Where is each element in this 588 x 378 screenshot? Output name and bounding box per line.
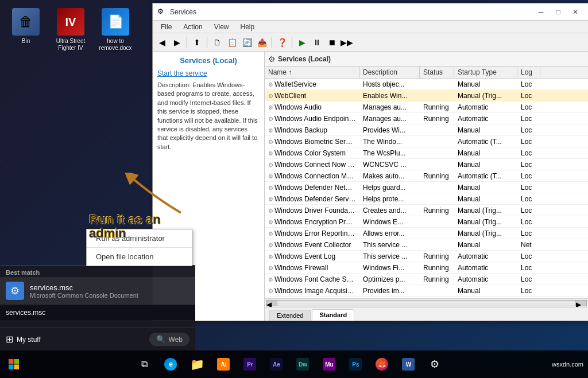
muse-button[interactable]: Mu	[316, 352, 342, 377]
table-row[interactable]: ⚙Windows Defender ServiceHelps prote...M…	[265, 193, 588, 205]
service-startup-cell: Manual	[454, 125, 517, 135]
service-startup-cell: Automatic	[454, 274, 517, 285]
start-button[interactable]	[0, 350, 28, 378]
photoshop-button[interactable]: Ps	[343, 352, 368, 377]
table-row[interactable]: ⚙Windows Color SystemThe WcsPlu...Manual…	[265, 147, 588, 159]
header-status[interactable]: Status	[420, 67, 454, 78]
premiere-button[interactable]: Pr	[237, 352, 262, 377]
edge-icon-button[interactable]: e	[158, 352, 183, 377]
service-name-cell: ⚙Windows Connect Now - C...	[265, 159, 359, 170]
restart-service-button[interactable]: ▶▶	[340, 36, 354, 49]
service-status-cell	[420, 221, 454, 223]
table-row[interactable]: ⚙WalletServiceHosts objec...ManualLoc	[265, 79, 588, 90]
service-desc-cell: The WcsPlu...	[359, 148, 420, 158]
scroll-right-btn[interactable]: ▶	[575, 300, 587, 306]
table-row[interactable]: ⚙Windows AudioManages au...RunningAutoma…	[265, 102, 588, 113]
service-startup-cell: Automatic (T...	[454, 137, 517, 147]
table-row[interactable]: ⚙Windows Encryption Provid...Windows E..…	[265, 216, 588, 228]
firefox-button[interactable]: 🦊	[369, 352, 394, 377]
service-log-cell: Loc	[517, 148, 540, 158]
after-effects-button[interactable]: Ae	[264, 352, 289, 377]
header-description[interactable]: Description	[359, 67, 420, 78]
tab-extended[interactable]: Extended	[269, 310, 311, 321]
table-row[interactable]: ⚙Windows Biometric ServiceThe Windo...Au…	[265, 136, 588, 147]
desktop-icon-bin[interactable]: 🗑 Bin	[6, 6, 46, 54]
service-startup-cell: Manual (Trig...	[454, 217, 517, 227]
maximize-button[interactable]: □	[550, 6, 566, 18]
close-button[interactable]: ✕	[567, 6, 583, 18]
show-console-button[interactable]: 🗋	[210, 36, 224, 49]
service-log-cell: Loc	[517, 114, 540, 124]
service-name-cell: ⚙Windows Defender Service	[265, 194, 359, 204]
service-startup-cell: Automatic	[454, 114, 517, 124]
table-row[interactable]: ⚙Windows Error Reporting Se...Allows err…	[265, 228, 588, 239]
help-button[interactable]: ❓	[275, 36, 289, 49]
illustrator-button[interactable]: Ai	[211, 352, 236, 377]
file-explorer-button[interactable]: 📁	[184, 352, 210, 377]
search-result-text: services.msc Microsoft Common Console Do…	[30, 283, 189, 299]
refresh-button[interactable]: 🔄	[240, 36, 254, 49]
table-row[interactable]: ⚙Windows Connection Mana...Makes auto...…	[265, 170, 588, 182]
table-row[interactable]: ⚙Windows Connect Now - C...WCNCSVC ...Ma…	[265, 159, 588, 170]
service-desc-cell: Helps guard...	[359, 182, 420, 193]
horizontal-scrollbar[interactable]: ◀ ▶	[265, 298, 588, 307]
service-status-cell	[420, 95, 454, 97]
service-icon: ⚙	[268, 219, 273, 225]
tab-standard[interactable]: Standard	[312, 309, 354, 321]
service-status-cell: Running	[420, 171, 454, 181]
header-name[interactable]: Name ↑	[265, 67, 359, 78]
minimize-button[interactable]: ─	[533, 6, 549, 18]
table-row[interactable]: ⚙Windows Driver Foundation...Creates and…	[265, 205, 588, 216]
svg-rect-2	[14, 359, 20, 364]
service-log-cell: Loc	[517, 217, 540, 227]
service-startup-cell: Manual	[454, 79, 517, 89]
search-result-services-msc[interactable]: ⚙ services.msc Microsoft Common Console …	[0, 277, 195, 305]
dreamweaver-button[interactable]: Dw	[290, 352, 315, 377]
stop-service-button[interactable]: ⏹	[325, 36, 339, 49]
menu-action[interactable]: Action	[177, 21, 208, 33]
my-stuff-button[interactable]: ⊞ My stuff	[6, 334, 41, 345]
scroll-left-btn[interactable]: ◀	[266, 300, 277, 306]
header-log[interactable]: Log	[517, 67, 540, 78]
table-row[interactable]: ⚙Windows Font Cache ServiceOptimizes p..…	[265, 274, 588, 285]
pause-service-button[interactable]: ⏸	[310, 36, 324, 49]
service-icon: ⚙	[268, 93, 273, 99]
table-row[interactable]: ⚙Windows Event CollectorThis service ...…	[265, 239, 588, 251]
service-desc-cell: Windows E...	[359, 217, 420, 227]
desktop-icon-docx[interactable]: 📄 how to remove.docx	[95, 6, 136, 54]
properties-button[interactable]: 📋	[225, 36, 239, 49]
forward-button[interactable]: ▶	[170, 36, 184, 49]
word-button[interactable]: W	[396, 352, 421, 377]
menu-view[interactable]: View	[208, 21, 235, 33]
docx-icon: 📄	[102, 8, 129, 36]
table-row[interactable]: ⚙Windows Image Acquisitio...Provides im.…	[265, 285, 588, 297]
service-icon: ⚙	[268, 104, 273, 111]
task-view-button[interactable]: ⧉	[131, 352, 157, 377]
table-header: Name ↑ Description Status Startup Type L…	[265, 67, 588, 79]
menu-help[interactable]: Help	[235, 21, 261, 33]
web-label: Web	[169, 336, 183, 344]
table-row[interactable]: ⚙Windows Audio Endpoint B...Manages au..…	[265, 113, 588, 124]
export-button[interactable]: 📤	[255, 36, 269, 49]
back-button[interactable]: ◀	[155, 36, 169, 49]
service-status-cell	[420, 186, 454, 189]
settings-taskbar-button[interactable]: ⚙	[422, 352, 447, 377]
menu-file[interactable]: File	[155, 21, 177, 33]
header-startup[interactable]: Startup Type	[454, 67, 517, 78]
service-startup-cell: Manual (Trig...	[454, 91, 517, 101]
start-service-link[interactable]: Start the service	[157, 69, 260, 77]
table-row[interactable]: ⚙Windows Defender Networ...Helps guard..…	[265, 182, 588, 193]
open-file-location-item[interactable]: Open file location	[87, 248, 192, 266]
scrollbar-track[interactable]	[277, 300, 575, 306]
start-service-button[interactable]: ▶	[295, 36, 309, 49]
table-row[interactable]: ⚙WebClientEnables Win...Manual (Trig...L…	[265, 90, 588, 102]
service-log-cell: Loc	[517, 205, 540, 216]
up-button[interactable]: ⬆	[190, 36, 204, 49]
table-row[interactable]: ⚙Windows BackupProvides Wi...ManualLoc	[265, 124, 588, 136]
taskbar-web-search[interactable]: 🔍 Web	[149, 333, 189, 346]
table-row[interactable]: ⚙Windows FirewallWindows Fi...RunningAut…	[265, 262, 588, 274]
desktop-icons-area: 🗑 Bin IV Ultra Street Fighter IV 📄 how t…	[6, 6, 136, 54]
table-row[interactable]: ⚙Windows Event LogThis service ...Runnin…	[265, 251, 588, 262]
desktop-icon-usf[interactable]: IV Ultra Street Fighter IV	[51, 6, 91, 54]
run-as-admin-item[interactable]: Run as administrator	[87, 229, 192, 247]
